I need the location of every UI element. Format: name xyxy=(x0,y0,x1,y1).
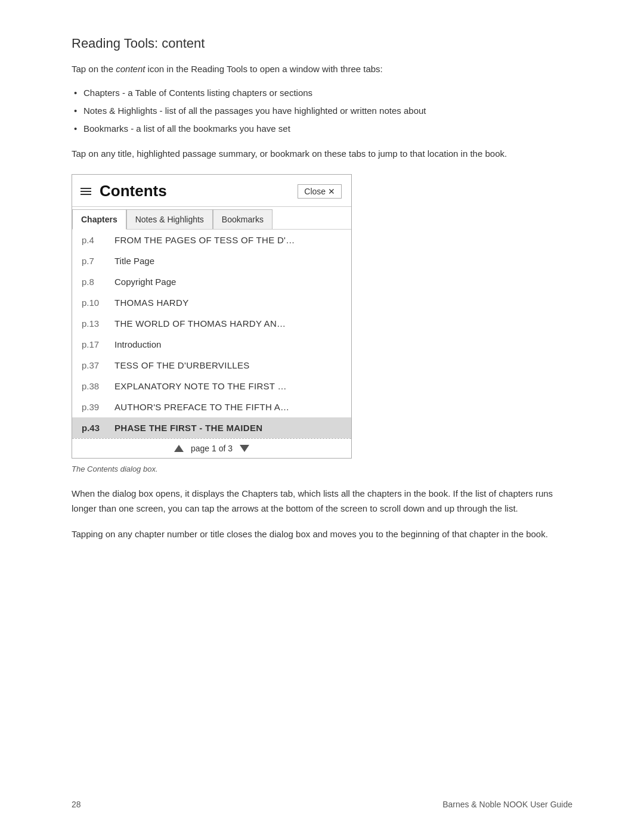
chapter-row[interactable]: p.10 THOMAS HARDY xyxy=(72,292,351,313)
chapter-title: Introduction xyxy=(114,339,161,349)
page-heading: Reading Tools: content xyxy=(72,36,572,51)
footer-page-number: 28 xyxy=(72,800,81,809)
body-paragraph-2: Tapping on any chapter number or title c… xyxy=(72,527,572,542)
dialog-title-text: Contents xyxy=(100,182,167,200)
chapter-num: p.37 xyxy=(82,360,114,370)
chapter-num: p.4 xyxy=(82,235,114,245)
chapters-list: p.4 FROM THE PAGES OF TESS OF THE D'… p.… xyxy=(72,230,351,438)
page-indicator: page 1 of 3 xyxy=(191,444,233,453)
chapter-title: THOMAS HARDY xyxy=(114,298,188,308)
chapter-row[interactable]: p.13 THE WORLD OF THOMAS HARDY AN… xyxy=(72,313,351,334)
dialog-title-area: Contents xyxy=(80,182,167,200)
tab-chapters[interactable]: Chapters xyxy=(72,209,126,230)
chapter-num: p.7 xyxy=(82,256,114,266)
jump-text: Tap on any title, highlighted passage su… xyxy=(72,147,572,161)
chapter-num: p.39 xyxy=(82,402,114,412)
chapter-title: FROM THE PAGES OF TESS OF THE D'… xyxy=(114,235,295,245)
chapter-title: PHASE THE FIRST - THE MAIDEN xyxy=(114,423,262,433)
chapter-title: Title Page xyxy=(114,256,154,266)
chapter-title: EXPLANATORY NOTE TO THE FIRST … xyxy=(114,381,287,391)
bullet-item-2: Notes & Highlights - list of all the pas… xyxy=(72,104,572,118)
chapter-row[interactable]: p.37 TESS OF THE D'URBERVILLES xyxy=(72,355,351,376)
tab-bookmarks[interactable]: Bookmarks xyxy=(213,209,273,229)
contents-dialog: Contents Close ✕ Chapters Notes & Highli… xyxy=(72,174,352,459)
chapter-row[interactable]: p.38 EXPLANATORY NOTE TO THE FIRST … xyxy=(72,376,351,397)
chapter-num: p.38 xyxy=(82,381,114,391)
chapter-num: p.17 xyxy=(82,339,114,349)
chapter-num: p.10 xyxy=(82,298,114,308)
close-button[interactable]: Close ✕ xyxy=(298,184,342,199)
chapter-row[interactable]: p.39 AUTHOR'S PREFACE TO THE FIFTH A… xyxy=(72,397,351,417)
footer-brand: Barnes & Noble NOOK User Guide xyxy=(442,800,572,809)
bullet-item-3: Bookmarks - a list of all the bookmarks … xyxy=(72,122,572,136)
body-paragraph-1: When the dialog box opens, it displays t… xyxy=(72,487,572,516)
chapter-num: p.43 xyxy=(82,423,114,433)
chapter-row[interactable]: p.17 Introduction xyxy=(72,334,351,355)
chapter-title: Copyright Page xyxy=(114,277,176,287)
chapter-title: AUTHOR'S PREFACE TO THE FIFTH A… xyxy=(114,402,289,412)
bullet-list: Chapters - a Table of Contents listing c… xyxy=(72,86,572,136)
chapter-num: p.8 xyxy=(82,277,114,287)
page-footer: 28 Barnes & Noble NOOK User Guide xyxy=(72,800,572,809)
dialog-caption: The Contents dialog box. xyxy=(72,465,572,473)
scroll-up-arrow[interactable] xyxy=(174,445,184,452)
chapter-row[interactable]: p.4 FROM THE PAGES OF TESS OF THE D'… xyxy=(72,230,351,250)
tabs-row: Chapters Notes & Highlights Bookmarks xyxy=(72,207,351,230)
dialog-header: Contents Close ✕ xyxy=(72,175,351,207)
menu-lines-icon xyxy=(80,188,91,195)
chapter-row[interactable]: p.8 Copyright Page xyxy=(72,271,351,292)
scroll-down-arrow[interactable] xyxy=(240,445,249,452)
chapter-row-highlighted[interactable]: p.43 PHASE THE FIRST - THE MAIDEN xyxy=(72,417,351,438)
chapter-title: THE WORLD OF THOMAS HARDY AN… xyxy=(114,318,286,329)
chapter-row[interactable]: p.7 Title Page xyxy=(72,250,351,271)
dialog-footer: page 1 of 3 xyxy=(72,438,351,458)
intro-text: Tap on the content icon in the Reading T… xyxy=(72,62,572,76)
bullet-item-1: Chapters - a Table of Contents listing c… xyxy=(72,86,572,100)
chapter-num: p.13 xyxy=(82,318,114,329)
chapter-title: TESS OF THE D'URBERVILLES xyxy=(114,360,250,370)
tab-notes-highlights[interactable]: Notes & Highlights xyxy=(126,209,213,229)
